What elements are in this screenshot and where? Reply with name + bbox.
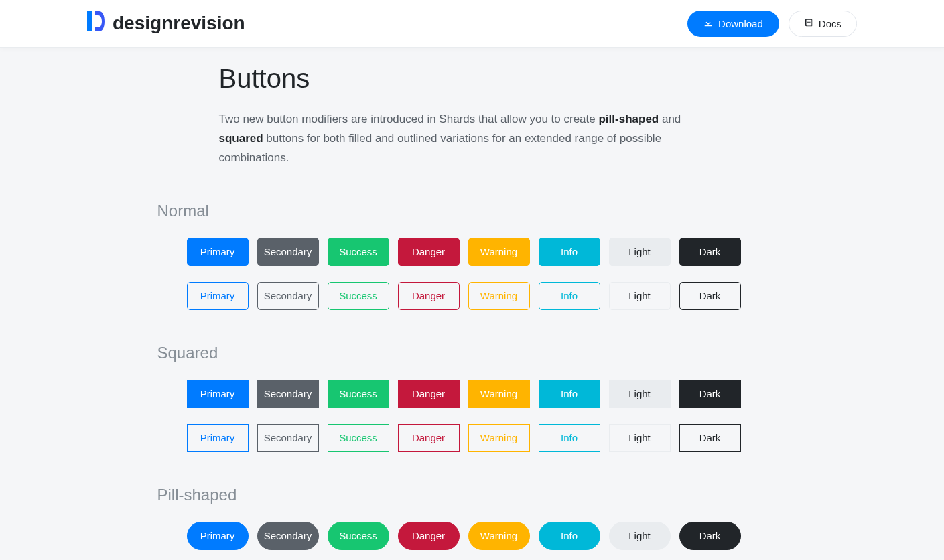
btn-squared-outline-light[interactable]: Light: [609, 424, 671, 452]
btn-normal-dark[interactable]: Dark: [679, 238, 741, 266]
normal-outline-row: Primary Secondary Success Danger Warning…: [187, 282, 727, 310]
btn-squared-outline-secondary[interactable]: Secondary: [257, 424, 319, 452]
download-label: Download: [718, 18, 763, 29]
btn-pill-success[interactable]: Success: [328, 522, 389, 550]
btn-normal-outline-light[interactable]: Light: [609, 282, 671, 310]
btn-normal-outline-danger[interactable]: Danger: [398, 282, 460, 310]
squared-outline-row: Primary Secondary Success Danger Warning…: [187, 424, 727, 452]
btn-squared-light[interactable]: Light: [609, 380, 671, 408]
section-title-normal: Normal: [157, 202, 727, 220]
btn-pill-warning[interactable]: Warning: [468, 522, 530, 550]
btn-pill-primary[interactable]: Primary: [187, 522, 249, 550]
squared-fill-row: Primary Secondary Success Danger Warning…: [187, 380, 727, 408]
btn-normal-outline-info[interactable]: Info: [539, 282, 600, 310]
normal-fill-row: Primary Secondary Success Danger Warning…: [187, 238, 727, 266]
desc-bold2: squared: [219, 132, 263, 145]
btn-normal-success[interactable]: Success: [328, 238, 389, 266]
book-icon: [804, 18, 813, 29]
btn-pill-danger[interactable]: Danger: [398, 522, 460, 550]
brand-name: designrevision: [113, 13, 245, 34]
download-icon: [703, 18, 713, 29]
btn-squared-info[interactable]: Info: [539, 380, 600, 408]
btn-normal-info[interactable]: Info: [539, 238, 600, 266]
btn-normal-danger[interactable]: Danger: [398, 238, 460, 266]
btn-pill-secondary[interactable]: Secondary: [257, 522, 319, 550]
page-title: Buttons: [219, 64, 727, 94]
download-button[interactable]: Download: [687, 11, 779, 37]
section-squared: Squared Primary Secondary Success Danger…: [187, 344, 727, 452]
btn-squared-warning[interactable]: Warning: [468, 380, 530, 408]
nav-actions: Download Docs: [687, 11, 857, 37]
docs-button[interactable]: Docs: [789, 11, 857, 37]
section-title-squared: Squared: [157, 344, 727, 362]
btn-squared-outline-info[interactable]: Info: [539, 424, 600, 452]
btn-pill-light[interactable]: Light: [609, 522, 671, 550]
navbar: designrevision Download Docs: [0, 0, 944, 48]
section-pill: Pill-shaped Primary Secondary Success Da…: [187, 486, 727, 560]
btn-normal-outline-primary[interactable]: Primary: [187, 282, 249, 310]
brand-logo-icon: [87, 11, 105, 36]
main-content: Buttons Two new button modifiers are int…: [218, 48, 727, 560]
btn-squared-outline-danger[interactable]: Danger: [398, 424, 460, 452]
section-title-pill: Pill-shaped: [157, 486, 727, 504]
desc-suffix: buttons for both filled and outlined var…: [219, 132, 662, 164]
btn-squared-outline-primary[interactable]: Primary: [187, 424, 249, 452]
btn-squared-outline-dark[interactable]: Dark: [679, 424, 741, 452]
btn-squared-outline-success[interactable]: Success: [328, 424, 389, 452]
btn-squared-danger[interactable]: Danger: [398, 380, 460, 408]
btn-normal-light[interactable]: Light: [609, 238, 671, 266]
page-description: Two new button modifiers are introduced …: [219, 110, 727, 168]
btn-normal-outline-secondary[interactable]: Secondary: [257, 282, 319, 310]
btn-normal-secondary[interactable]: Secondary: [257, 238, 319, 266]
btn-squared-primary[interactable]: Primary: [187, 380, 249, 408]
btn-normal-outline-dark[interactable]: Dark: [679, 282, 741, 310]
desc-bold1: pill-shaped: [598, 113, 659, 125]
btn-normal-warning[interactable]: Warning: [468, 238, 530, 266]
btn-squared-secondary[interactable]: Secondary: [257, 380, 319, 408]
btn-squared-outline-warning[interactable]: Warning: [468, 424, 530, 452]
docs-label: Docs: [819, 18, 841, 29]
desc-prefix: Two new button modifiers are introduced …: [219, 113, 599, 125]
btn-squared-success[interactable]: Success: [328, 380, 389, 408]
btn-pill-dark[interactable]: Dark: [679, 522, 741, 550]
desc-mid: and: [659, 113, 681, 125]
btn-pill-info[interactable]: Info: [539, 522, 600, 550]
btn-normal-outline-warning[interactable]: Warning: [468, 282, 530, 310]
btn-squared-dark[interactable]: Dark: [679, 380, 741, 408]
pill-fill-row: Primary Secondary Success Danger Warning…: [187, 522, 727, 550]
btn-normal-outline-success[interactable]: Success: [328, 282, 389, 310]
btn-normal-primary[interactable]: Primary: [187, 238, 249, 266]
brand[interactable]: designrevision: [87, 11, 245, 36]
section-normal: Normal Primary Secondary Success Danger …: [187, 202, 727, 310]
